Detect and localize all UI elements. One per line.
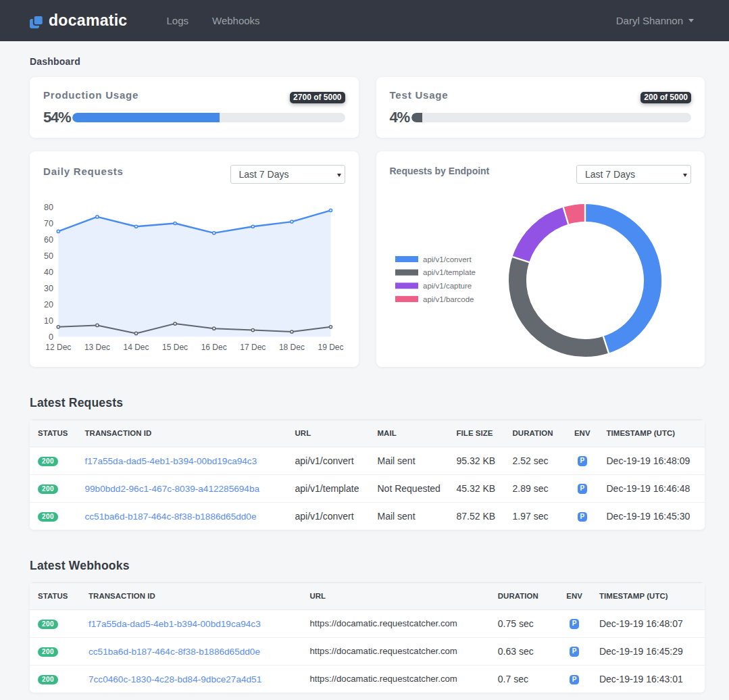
svg-text:15 Dec: 15 Dec <box>162 343 188 352</box>
svg-text:60: 60 <box>44 235 53 245</box>
svg-text:13 Dec: 13 Dec <box>84 343 110 352</box>
svg-text:api/v1/template: api/v1/template <box>423 268 476 276</box>
svg-text:16 Dec: 16 Dec <box>201 343 227 352</box>
svg-text:20: 20 <box>44 300 53 309</box>
svg-text:80: 80 <box>44 203 53 212</box>
svg-text:14 Dec: 14 Dec <box>123 343 149 352</box>
svg-text:18 Dec: 18 Dec <box>279 343 305 352</box>
svg-text:19 Dec: 19 Dec <box>318 343 343 352</box>
svg-text:30: 30 <box>44 284 53 293</box>
svg-text:70: 70 <box>44 219 53 228</box>
svg-text:0: 0 <box>49 332 53 342</box>
svg-text:17 Dec: 17 Dec <box>240 343 266 352</box>
svg-text:50: 50 <box>44 251 53 261</box>
svg-text:12 Dec: 12 Dec <box>45 343 71 352</box>
svg-text:api/v1/capture: api/v1/capture <box>423 282 472 290</box>
svg-text:api/v1/convert: api/v1/convert <box>423 255 472 264</box>
svg-text:40: 40 <box>44 268 53 277</box>
svg-text:api/v1/barcode: api/v1/barcode <box>423 295 474 303</box>
svg-text:10: 10 <box>44 316 53 326</box>
